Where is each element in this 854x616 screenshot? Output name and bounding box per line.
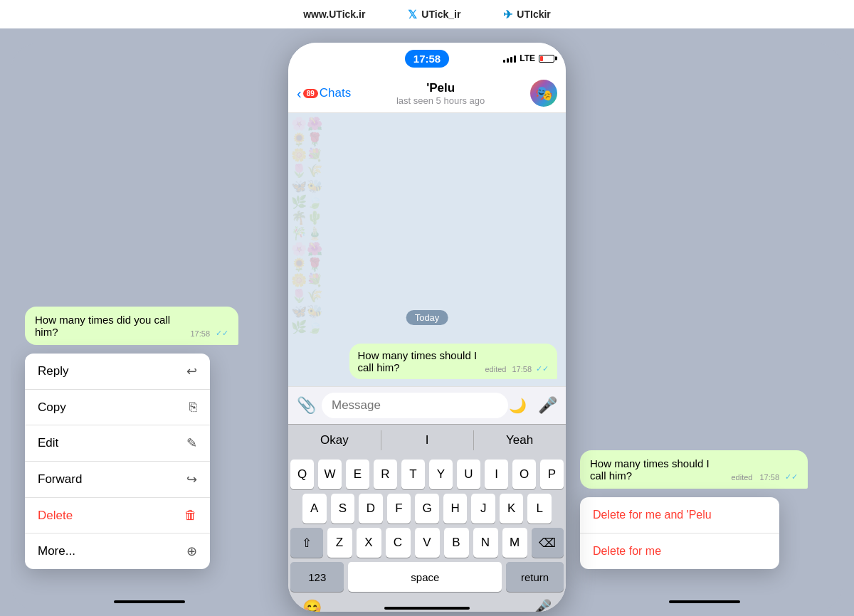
message-input[interactable]	[322, 393, 508, 418]
left-panel-content: How many times did you call him? 17:58 ✓…	[11, 43, 288, 612]
outgoing-message: How many times should I call him? edited…	[349, 344, 558, 379]
left-message-text: How many times did you call him?	[35, 314, 184, 338]
key-w[interactable]: W	[318, 460, 342, 489]
key-d[interactable]: D	[359, 494, 383, 524]
key-backspace[interactable]: ⌫	[532, 528, 564, 558]
status-right: LTE	[503, 53, 554, 63]
key-u[interactable]: U	[457, 460, 480, 489]
website-text: www.UTick.ir	[303, 9, 365, 20]
key-space[interactable]: space	[348, 562, 502, 592]
key-i[interactable]: I	[485, 460, 508, 489]
avatar[interactable]: 🎭	[530, 80, 557, 107]
key-y[interactable]: Y	[429, 460, 453, 489]
more-icon: ⊕	[186, 543, 197, 559]
watermark-telegram: ✈ UTIckir	[503, 8, 550, 21]
key-o[interactable]: O	[512, 460, 536, 489]
context-reply-label: Reply	[38, 364, 68, 378]
context-forward[interactable]: Forward ↪	[25, 462, 210, 498]
key-r[interactable]: R	[374, 460, 397, 489]
contact-status: last seen 5 hours ago	[357, 95, 524, 106]
back-button[interactable]: ‹ 89 Chats	[297, 85, 351, 102]
home-indicator	[384, 607, 470, 610]
signal-bar-4	[514, 55, 516, 63]
keyboard: Q W E R T Y U I O P A S D F G H J K	[288, 455, 566, 612]
watermark-bar: www.UTick.ir 𝕏 UTick_ir ✈ UTIckir	[0, 0, 854, 28]
pred-word-2[interactable]: I	[381, 433, 473, 447]
key-shift[interactable]: ⇧	[290, 528, 323, 558]
key-p[interactable]: P	[540, 460, 564, 489]
date-badge: Today	[406, 310, 448, 325]
watermark-twitter: 𝕏 UTick_ir	[408, 8, 460, 21]
context-edit-label: Edit	[38, 436, 58, 450]
check-marks: ✓✓	[536, 364, 549, 373]
delete-icon: 🗑	[184, 508, 197, 523]
key-123[interactable]: 123	[290, 562, 344, 592]
key-g[interactable]: G	[415, 494, 439, 524]
left-message-bubble: How many times did you call him? 17:58 ✓…	[25, 307, 238, 345]
emoji-input-icon[interactable]: 🌙	[509, 397, 527, 414]
panels-container: How many times did you call him? 17:58 ✓…	[0, 28, 854, 616]
right-home-indicator	[669, 600, 740, 603]
key-q[interactable]: Q	[290, 460, 314, 489]
key-t[interactable]: T	[401, 460, 425, 489]
header-center: 'Pelu last seen 5 hours ago	[357, 81, 524, 106]
key-f[interactable]: F	[387, 494, 411, 524]
key-k[interactable]: K	[500, 494, 524, 524]
context-copy-label: Copy	[38, 400, 66, 415]
key-s[interactable]: S	[331, 494, 355, 524]
context-more[interactable]: More... ⊕	[25, 533, 210, 569]
delete-for-all-button[interactable]: Delete for me and 'Pelu	[580, 497, 779, 533]
context-copy[interactable]: Copy ⎘	[25, 390, 210, 425]
telegram-icon: ✈	[503, 8, 512, 21]
back-chevron-icon: ‹	[297, 85, 302, 102]
pred-word-1[interactable]: Okay	[288, 433, 381, 447]
key-b[interactable]: B	[444, 528, 469, 558]
attach-button[interactable]: 📎	[297, 396, 316, 415]
telegram-handle: UTIckir	[517, 9, 550, 20]
key-l[interactable]: L	[527, 494, 552, 524]
twitter-handle: UTick_ir	[421, 9, 460, 20]
contact-name: 'Pelu	[357, 81, 524, 95]
key-z[interactable]: Z	[327, 528, 352, 558]
key-return[interactable]: return	[506, 562, 564, 592]
forward-icon: ↪	[186, 472, 197, 487]
key-v[interactable]: V	[415, 528, 440, 558]
messages-area: How many times should I call him? edited…	[288, 334, 566, 386]
key-x[interactable]: X	[357, 528, 381, 558]
edited-label: edited	[485, 365, 506, 373]
right-check-marks: ✓✓	[785, 472, 798, 482]
message-text: How many times should I call him?	[358, 349, 481, 373]
predictive-bar: Okay I Yeah	[288, 424, 566, 455]
context-forward-label: Forward	[38, 472, 82, 487]
back-badge: 89	[303, 89, 318, 98]
keyboard-bottom: 😊 🎤	[288, 595, 566, 612]
right-panel-content: How many times should I call him? edited…	[566, 43, 843, 612]
key-a[interactable]: A	[302, 494, 327, 524]
voice-button[interactable]: 🎤	[538, 396, 557, 415]
context-edit[interactable]: Edit ✎	[25, 425, 210, 462]
context-delete[interactable]: Delete 🗑	[25, 498, 210, 533]
input-wrapper: 🌙	[322, 393, 532, 418]
pred-word-3[interactable]: Yeah	[473, 433, 566, 447]
key-j[interactable]: J	[471, 494, 495, 524]
reply-icon: ↩	[186, 363, 197, 379]
center-panel: 17:58 LTE ‹ 89 Chats	[288, 43, 566, 612]
delete-for-me-button[interactable]: Delete for me	[580, 533, 779, 569]
keyboard-emoji-button[interactable]: 😊	[302, 599, 322, 612]
key-e[interactable]: E	[346, 460, 369, 489]
key-row-4: 123 space return	[288, 558, 566, 595]
right-message-text: How many times should I call him?	[590, 457, 725, 482]
signal-bar-3	[510, 57, 512, 63]
key-row-2: A S D F G H J K L	[288, 489, 566, 524]
message-row: How many times should I call him? edited…	[288, 336, 566, 383]
key-n[interactable]: N	[473, 528, 498, 558]
key-h[interactable]: H	[443, 494, 468, 524]
context-more-label: More...	[38, 544, 75, 558]
key-c[interactable]: C	[386, 528, 411, 558]
keyboard-voice-button[interactable]: 🎤	[532, 599, 552, 612]
right-edited-label: edited	[731, 473, 752, 482]
battery-icon	[539, 55, 554, 63]
context-reply[interactable]: Reply ↩	[25, 354, 210, 390]
right-message-time: 17:58	[759, 473, 779, 482]
key-m[interactable]: M	[502, 528, 527, 558]
